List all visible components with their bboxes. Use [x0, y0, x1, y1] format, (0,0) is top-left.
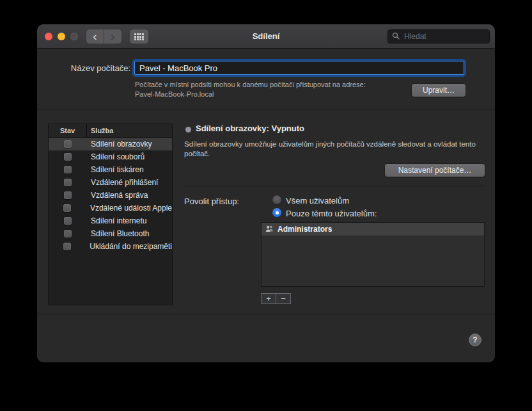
radio-only-these-users[interactable]	[272, 208, 281, 217]
service-checkbox[interactable]	[64, 179, 72, 186]
services-table: Stav Služba Sdílení obrazovkySdílení sou…	[48, 124, 173, 305]
service-label: Sdílení souborů	[87, 152, 145, 161]
window-title: Sdílení	[253, 24, 280, 49]
desktop: ‹ › Sdílení Název počítače: Počítače v m…	[0, 0, 532, 411]
service-checkbox-cell	[49, 191, 87, 199]
service-label: Ukládání do mezipaměti	[86, 242, 172, 251]
service-row[interactable]: Sdílení obrazovky	[49, 138, 172, 150]
service-checkbox[interactable]	[64, 140, 72, 148]
forward-button[interactable]: ›	[104, 29, 121, 44]
chevron-left-icon: ‹	[86, 30, 104, 43]
services-table-header: Stav Služba	[49, 124, 172, 138]
service-checkbox[interactable]	[64, 217, 72, 225]
separator	[184, 186, 485, 186]
service-row[interactable]: Sdílení internetu	[49, 214, 172, 227]
service-checkbox-cell	[49, 140, 87, 148]
zoom-button[interactable]	[70, 33, 78, 40]
service-checkbox[interactable]	[64, 230, 72, 238]
titlebar[interactable]: ‹ › Sdílení	[37, 24, 495, 49]
service-checkbox-cell	[49, 166, 87, 173]
service-label: Vzdálená správa	[87, 191, 148, 200]
radio-only-these-users-label[interactable]: Pouze těmto uživatelům:	[286, 209, 377, 218]
add-remove-controls: + −	[261, 293, 291, 304]
users-rows: Administrators	[262, 223, 484, 236]
separator	[37, 109, 495, 109]
add-user-button[interactable]: +	[261, 293, 276, 304]
service-label: Sdílení obrazovky	[87, 140, 152, 149]
service-label: Vzdálené přihlášení	[87, 178, 158, 187]
service-checkbox-cell	[49, 204, 86, 212]
computer-settings-button[interactable]: Nastavení počítače…	[385, 164, 485, 177]
service-checkbox-cell	[49, 153, 87, 161]
user-name: Administrators	[278, 225, 332, 234]
service-row[interactable]: Vzdálená správa	[49, 189, 172, 202]
close-button[interactable]	[45, 33, 52, 40]
search-input[interactable]	[403, 31, 485, 42]
service-checkbox-cell	[49, 230, 87, 238]
search-icon	[392, 31, 400, 42]
edit-button[interactable]: Upravit…	[412, 84, 465, 97]
allowed-users-list[interactable]: Administrators	[261, 222, 485, 287]
help-button[interactable]: ?	[469, 334, 481, 346]
column-header-status[interactable]: Stav	[49, 124, 87, 137]
computer-local-address: Pavel-MacBook-Pro.local	[135, 90, 214, 98]
computer-name-input[interactable]	[134, 61, 464, 75]
service-row[interactable]: Sdílení tiskáren	[49, 163, 172, 176]
status-indicator-dot	[185, 127, 191, 133]
computer-name-label: Název počítače:	[37, 63, 130, 73]
column-header-service[interactable]: Služba	[87, 124, 113, 137]
back-button[interactable]: ‹	[86, 29, 104, 44]
radio-all-users[interactable]	[272, 195, 281, 204]
content-area: Název počítače: Počítače v místní podsít…	[37, 49, 495, 362]
user-group-icon	[265, 225, 274, 234]
service-checkbox[interactable]	[64, 153, 72, 161]
show-all-button[interactable]	[130, 29, 148, 44]
service-label: Vzdálené události Apple	[86, 204, 172, 213]
service-row[interactable]: Sdílení souborů	[49, 150, 172, 163]
search-field[interactable]	[387, 29, 490, 44]
service-checkbox[interactable]	[64, 191, 72, 199]
service-label: Sdílení tiskáren	[87, 165, 144, 174]
service-checkbox-cell	[49, 217, 87, 225]
user-row[interactable]: Administrators	[262, 223, 484, 236]
separator	[37, 314, 495, 314]
service-checkbox[interactable]	[63, 243, 71, 250]
nav-buttons: ‹ ›	[86, 29, 121, 44]
service-label: Sdílení internetu	[87, 216, 146, 225]
service-row[interactable]: Vzdálené události Apple	[49, 202, 172, 214]
sharing-preferences-window: ‹ › Sdílení Název počítače: Počítače v m…	[37, 24, 495, 362]
traffic-lights	[45, 33, 78, 40]
radio-all-users-label[interactable]: Všem uživatelům	[286, 196, 349, 206]
service-status-title: Sdílení obrazovky: Vypnuto	[196, 124, 304, 133]
service-row[interactable]: Sdílení Bluetooth	[49, 227, 172, 240]
service-label: Sdílení Bluetooth	[87, 229, 149, 238]
grid-icon	[134, 33, 144, 40]
service-row[interactable]: Vzdálené přihlášení	[49, 176, 172, 189]
service-row[interactable]: Ukládání do mezipaměti	[49, 240, 172, 253]
services-rows: Sdílení obrazovkySdílení souborůSdílení …	[49, 138, 172, 253]
service-checkbox[interactable]	[63, 204, 71, 212]
remove-user-button[interactable]: −	[276, 293, 291, 304]
service-description: Sdílení obrazovky umožňuje uživatelům ji…	[184, 140, 490, 159]
computer-name-caption: Počítače v místní podsíti mohou k danému…	[135, 81, 366, 88]
allow-access-label: Povolit přístup:	[184, 197, 239, 206]
service-checkbox-cell	[49, 243, 86, 250]
service-checkbox-cell	[49, 179, 87, 186]
minimize-button[interactable]	[58, 33, 65, 40]
chevron-right-icon: ›	[104, 30, 121, 43]
service-checkbox[interactable]	[64, 166, 72, 173]
